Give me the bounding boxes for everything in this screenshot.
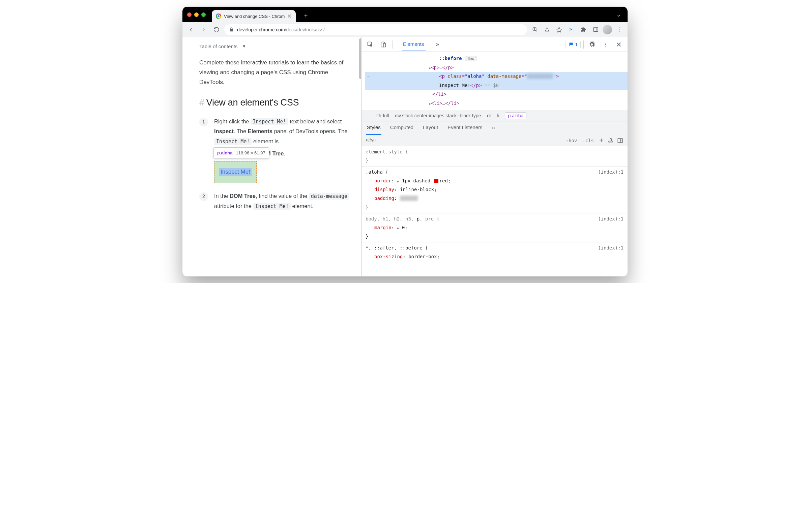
color-swatch[interactable] [434, 179, 438, 183]
extensions-icon[interactable] [578, 24, 588, 35]
subtab-layout[interactable]: Layout [422, 121, 439, 135]
lock-icon [229, 27, 234, 32]
styles-filter-bar: :hov .cls + [361, 135, 628, 146]
inspect-element-button[interactable] [365, 39, 376, 50]
intro-paragraph: Complete these interactive tutorials to … [199, 58, 351, 87]
devtools-panel: Elements » 1 ⋮ [361, 37, 628, 277]
paint-brush-icon[interactable] [607, 137, 615, 144]
tab-title: View and change CSS - Chrom [224, 14, 285, 19]
devtools-menu-button[interactable]: ⋮ [600, 39, 611, 50]
new-style-rule-button[interactable]: + [597, 136, 605, 144]
toolbar-actions: ✂ ⋮ [530, 24, 624, 35]
step-number: 2 [199, 192, 208, 201]
address-bar[interactable]: developer.chrome.com/docs/devtools/css/ [224, 24, 527, 35]
page-scrollbar[interactable] [359, 38, 361, 79]
window-controls [187, 13, 206, 17]
forward-button[interactable] [199, 24, 209, 35]
new-tab-button[interactable]: ＋ [301, 11, 311, 20]
chevron-down-icon: ▾ [243, 43, 245, 49]
issue-icon [569, 42, 573, 47]
hash-icon: # [199, 97, 204, 107]
scissors-icon[interactable]: ✂ [566, 24, 576, 35]
step-item: 1 Right-click the Inspect Me! text below… [199, 117, 351, 183]
style-rule[interactable]: (index):1 body, h1, h2, h3, p, pre { mar… [361, 213, 628, 243]
styles-subtabs: Styles Computed Layout Event Listeners » [361, 121, 628, 135]
toc-label: Table of contents [199, 44, 238, 49]
tooltip-selector: p.aloha [217, 149, 233, 157]
sidepanel-icon[interactable] [590, 24, 601, 35]
style-rule[interactable]: element.style { } [361, 146, 628, 167]
more-subtabs-button[interactable]: » [491, 121, 496, 135]
close-window-button[interactable] [187, 13, 192, 17]
reload-button[interactable] [211, 24, 222, 35]
blurred-value: xx [527, 73, 553, 79]
titlebar: View and change CSS - Chrom ✕ ＋ ⌄ [182, 7, 628, 22]
code-token: Inspect Me! [214, 138, 252, 145]
subtab-styles[interactable]: Styles [366, 121, 382, 135]
bookmark-star-icon[interactable] [554, 24, 564, 35]
share-icon[interactable] [542, 24, 552, 35]
profile-avatar[interactable] [603, 25, 612, 34]
tabs-dropdown-button[interactable]: ⌄ [616, 12, 623, 18]
tooltip-dimensions: 118.96 × 61.97 [236, 149, 265, 157]
back-button[interactable] [186, 24, 196, 35]
close-tab-button[interactable]: ✕ [287, 13, 292, 19]
breadcrumb-current[interactable]: p.aloha [505, 112, 526, 119]
browser-toolbar: developer.chrome.com/docs/devtools/css/ … [182, 22, 628, 37]
subtab-event-listeners[interactable]: Event Listeners [447, 121, 483, 135]
tab-elements[interactable]: Elements [402, 37, 425, 51]
device-toggle-button[interactable] [378, 39, 388, 50]
svg-rect-1 [594, 28, 598, 31]
selected-element[interactable]: <p class="aloha" data-message="xx">Inspe… [365, 72, 628, 90]
rule-source-link[interactable]: (index):1 [598, 168, 623, 177]
elements-tree[interactable]: ::before flex ▶<p>…</p> <p class="aloha"… [361, 52, 628, 110]
step-item: 2 In the DOM Tree, find the value of the… [199, 191, 351, 211]
browser-tab[interactable]: View and change CSS - Chrom ✕ [212, 10, 296, 22]
maximize-window-button[interactable] [201, 13, 206, 17]
cls-toggle[interactable]: .cls [580, 137, 596, 144]
url-text: developer.chrome.com/docs/devtools/css/ [237, 27, 325, 32]
subtab-computed[interactable]: Computed [389, 121, 414, 135]
elements-breadcrumb[interactable]: … lth-full div.stack.center-images.stack… [361, 110, 628, 121]
code-token: Inspect Me! [253, 203, 291, 210]
flex-badge[interactable]: flex [465, 56, 477, 61]
inspector-tooltip: p.aloha 118.96 × 61.97 [213, 147, 269, 159]
svg-rect-4 [384, 43, 386, 47]
styles-rules[interactable]: element.style { } (index):1 .aloha { bor… [361, 146, 628, 277]
minimize-window-button[interactable] [194, 13, 199, 17]
code-token: Inspect Me! [250, 118, 288, 125]
rule-source-link[interactable]: (index):1 [598, 244, 623, 252]
computed-sidebar-toggle-icon[interactable] [616, 137, 624, 144]
chrome-favicon-icon [216, 14, 221, 19]
zoom-icon[interactable] [530, 24, 540, 35]
inspect-me-element[interactable]: Inspect Me! [214, 161, 257, 183]
settings-gear-icon[interactable] [586, 39, 597, 50]
style-rule[interactable]: (index):1 .aloha { border: ▶ 1px dashed … [361, 167, 628, 213]
close-devtools-button[interactable] [613, 39, 624, 50]
page-content: Table of contents ▾ Complete these inter… [182, 37, 361, 277]
styles-filter-input[interactable] [365, 136, 563, 145]
svg-rect-5 [618, 138, 622, 143]
section-heading: #View an element's CSS [199, 97, 351, 108]
style-rule[interactable]: (index):1 *, ::after, ::before { box-siz… [361, 243, 628, 263]
step-number: 1 [199, 118, 208, 127]
issues-button[interactable]: 1 [566, 41, 581, 48]
more-tabs-button[interactable]: » [432, 39, 443, 50]
toc-toggle[interactable]: Table of contents ▾ [199, 43, 351, 49]
hov-toggle[interactable]: :hov [564, 137, 579, 144]
code-token: data-message [309, 193, 350, 200]
devtools-tabbar: Elements » 1 ⋮ [361, 37, 628, 52]
chrome-menu-button[interactable]: ⋮ [614, 24, 624, 35]
blurred-value: xx [400, 196, 418, 201]
rule-source-link[interactable]: (index):1 [598, 215, 623, 223]
